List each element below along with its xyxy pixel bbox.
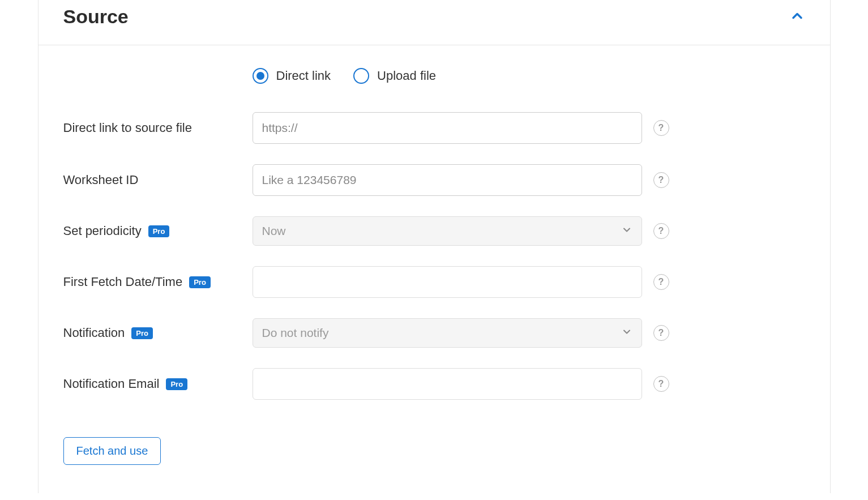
row-direct-link: Direct link to source file ? (63, 112, 805, 144)
label-notification-email: Notification Email (63, 377, 160, 391)
help-icon[interactable]: ? (653, 120, 669, 136)
help-icon[interactable]: ? (653, 274, 669, 290)
row-notification: Notification Pro Do not notify ? (63, 318, 805, 348)
label-worksheet-id: Worksheet ID (63, 173, 139, 187)
help-icon[interactable]: ? (653, 172, 669, 188)
chevron-down-icon (621, 224, 632, 238)
label-wrap: Worksheet ID (63, 173, 241, 187)
radio-icon (353, 68, 369, 84)
panel-body: Direct link Upload file Direct link to s… (39, 45, 830, 493)
notification-email-input[interactable] (253, 368, 642, 400)
periodicity-select[interactable]: Now (253, 216, 642, 246)
row-worksheet-id: Worksheet ID ? (63, 164, 805, 196)
row-periodicity: Set periodicity Pro Now ? (63, 216, 805, 246)
select-value: Do not notify (262, 326, 329, 340)
radio-icon (253, 68, 268, 84)
label-wrap: Notification Pro (63, 326, 241, 340)
row-first-fetch: First Fetch Date/Time Pro ? (63, 266, 805, 298)
radio-direct-link[interactable]: Direct link (253, 68, 331, 84)
chevron-up-icon[interactable] (789, 8, 805, 26)
notification-select[interactable]: Do not notify (253, 318, 642, 348)
direct-link-input[interactable] (253, 112, 642, 144)
radio-label: Direct link (276, 69, 331, 83)
label-wrap: Set periodicity Pro (63, 224, 241, 238)
label-first-fetch: First Fetch Date/Time (63, 275, 183, 289)
pro-badge: Pro (166, 378, 187, 390)
select-value: Now (262, 224, 286, 238)
radio-upload-file[interactable]: Upload file (353, 68, 436, 84)
pro-badge: Pro (131, 327, 153, 339)
help-icon[interactable]: ? (653, 325, 669, 341)
panel-header: Source (39, 0, 830, 45)
label-direct-link: Direct link to source file (63, 121, 192, 135)
worksheet-id-input[interactable] (253, 164, 642, 196)
pro-badge: Pro (189, 276, 211, 288)
label-periodicity: Set periodicity (63, 224, 142, 238)
label-wrap: Direct link to source file (63, 121, 241, 135)
pro-badge: Pro (148, 225, 170, 237)
first-fetch-input[interactable] (253, 266, 642, 298)
label-wrap: First Fetch Date/Time Pro (63, 275, 241, 289)
help-icon[interactable]: ? (653, 376, 669, 392)
section-title: Source (63, 6, 129, 28)
radio-label: Upload file (377, 69, 436, 83)
chevron-down-icon (621, 326, 632, 340)
help-icon[interactable]: ? (653, 223, 669, 239)
fetch-and-use-button[interactable]: Fetch and use (63, 437, 161, 465)
label-notification: Notification (63, 326, 125, 340)
label-wrap: Notification Email Pro (63, 377, 241, 391)
source-panel: Source Direct link Upload file Direct li… (38, 0, 831, 493)
row-notification-email: Notification Email Pro ? (63, 368, 805, 400)
source-type-radio-group: Direct link Upload file (253, 68, 805, 84)
